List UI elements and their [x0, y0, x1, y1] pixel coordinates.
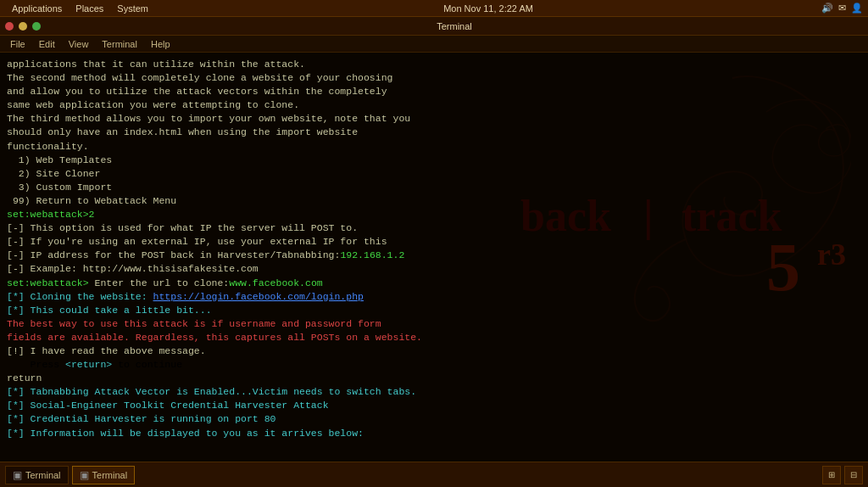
menu-view[interactable]: View	[62, 37, 96, 51]
close-button[interactable]	[5, 22, 14, 31]
terminal-line-19: [-] IP address for the POST back in Harv…	[7, 249, 861, 262]
terminal-line-31: return	[7, 372, 861, 385]
top-bar-left: Applications Places System	[5, 2, 155, 15]
taskbar-btn-1[interactable]: ⊞	[822, 466, 841, 484]
terminal-line-26: The best way to use this attack is if us…	[7, 317, 861, 331]
taskbar-right: ⊞ ⊟	[822, 466, 863, 484]
terminal-line-36: [*] Information will be displayed to you…	[7, 427, 861, 440]
terminal-line-23: [*] Cloning the website: https://login.f…	[7, 290, 861, 304]
terminal-line-6: The third method allows you to import yo…	[7, 112, 861, 126]
terminal-line-27: fields are available. Regardless, this c…	[7, 331, 861, 344]
maximize-button[interactable]	[32, 22, 41, 31]
terminal-line-0: applications that it can utilize within …	[7, 58, 861, 71]
top-bar-datetime: Mon Nov 11, 2:22 AM	[443, 3, 533, 14]
terminal-line-4: same web application you were attempting…	[7, 98, 861, 112]
terminal-line-14: 99) Return to Webattack Menu	[7, 194, 861, 208]
terminal-line-12: 3) Custom Import	[7, 181, 861, 194]
title-bar: Terminal	[0, 17, 868, 36]
menu-bar: File Edit View Terminal Help	[0, 36, 868, 53]
taskbar-item-2[interactable]: ▣ Terminal	[72, 466, 136, 484]
menu-system[interactable]: System	[110, 2, 155, 15]
taskbar: ▣ Terminal ▣ Terminal ⊞ ⊟	[0, 462, 868, 487]
taskbar-btn-2[interactable]: ⊟	[844, 466, 863, 484]
top-bar: Applications Places System Mon Nov 11, 2…	[0, 0, 868, 17]
terminal-line-16: set:webattack>2	[7, 208, 861, 221]
terminal-line-24: [*] This could take a little bit...	[7, 304, 861, 317]
terminal-line-20: [-] Example: http://www.thisisafakesite.…	[7, 262, 861, 276]
terminal-line-18: [-] If you're using an external IP, use …	[7, 235, 861, 249]
terminal-line-34: [*] Social-Engineer Toolkit Credential H…	[7, 399, 861, 412]
terminal-line-21: set:webattack> Enter the url to clone:ww…	[7, 277, 861, 290]
user-icon[interactable]: 👤	[851, 3, 863, 14]
terminal-line-35: [*] Credential Harvester is running on p…	[7, 412, 861, 426]
taskbar-label-1: Terminal	[25, 470, 61, 480]
window-title: Terminal	[46, 21, 863, 31]
terminal-line-10: 1) Web Templates	[7, 154, 861, 167]
terminal-line-8: functionality.	[7, 140, 861, 154]
terminal[interactable]: back | track 5 r3 applications that it c…	[0, 53, 868, 462]
minimize-button[interactable]	[19, 22, 27, 31]
terminal-icon-2: ▣	[80, 469, 89, 481]
terminal-line-11: 2) Site Cloner	[7, 167, 861, 181]
volume-icon[interactable]: 🔊	[821, 3, 833, 14]
top-bar-right: 🔊 ✉ 👤	[821, 3, 863, 14]
terminal-line-30: Press <return> to continue	[7, 358, 861, 372]
email-icon[interactable]: ✉	[838, 3, 846, 14]
menu-places[interactable]: Places	[69, 2, 110, 15]
menu-help[interactable]: Help	[144, 37, 177, 51]
menu-terminal[interactable]: Terminal	[95, 37, 144, 51]
menu-edit[interactable]: Edit	[32, 37, 62, 51]
terminal-line-3: and allow you to utilize the attack vect…	[7, 85, 861, 98]
terminal-line-33: [*] Tabnabbing Attack Vector is Enabled.…	[7, 385, 861, 399]
terminal-line-7: should only have an index.html when usin…	[7, 126, 861, 139]
taskbar-label-2: Terminal	[92, 470, 128, 480]
terminal-content: applications that it can utilize within …	[7, 58, 861, 440]
terminal-line-17: [-] This option is used for what IP the …	[7, 221, 861, 235]
terminal-icon-1: ▣	[13, 469, 22, 481]
terminal-line-2: The second method will completely clone …	[7, 71, 861, 85]
menu-file[interactable]: File	[3, 37, 32, 51]
taskbar-item-1[interactable]: ▣ Terminal	[5, 466, 69, 484]
menu-applications[interactable]: Applications	[5, 2, 69, 15]
terminal-line-28: [!] I have read the above message.	[7, 344, 861, 358]
